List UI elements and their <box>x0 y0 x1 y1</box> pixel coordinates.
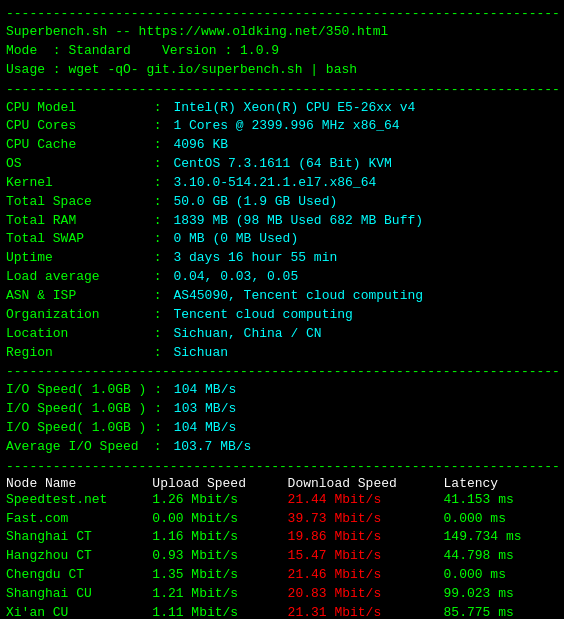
network-latency: 0.000 ms <box>444 566 558 585</box>
header-download: Download Speed <box>288 476 444 491</box>
network-latency: 99.023 ms <box>444 585 558 604</box>
header-line3: Usage : wget -qO- git.io/superbench.sh |… <box>6 61 558 80</box>
network-latency: 41.153 ms <box>444 491 558 510</box>
network-upload: 1.21 Mbit/s <box>152 585 287 604</box>
cpu-cache-value: 4096 KB <box>173 136 228 155</box>
network-upload: 1.26 Mbit/s <box>152 491 287 510</box>
network-latency: 149.734 ms <box>444 528 558 547</box>
io3-label: I/O Speed( 1.0GB ) <box>6 419 146 438</box>
os-row: OS : CentOS 7.3.1611 (64 Bit) KVM <box>6 155 558 174</box>
load-avg-value: 0.04, 0.03, 0.05 <box>173 268 298 287</box>
network-node: Fast.com <box>6 510 152 529</box>
io3-row: I/O Speed( 1.0GB ) : 104 MB/s <box>6 419 558 438</box>
network-latency: 44.798 ms <box>444 547 558 566</box>
network-download: 21.46 Mbit/s <box>288 566 444 585</box>
network-download: 39.73 Mbit/s <box>288 510 444 529</box>
divider-2: ----------------------------------------… <box>6 364 558 379</box>
header-node: Node Name <box>6 476 152 491</box>
total-ram-row: Total RAM : 1839 MB (98 MB Used 682 MB B… <box>6 212 558 231</box>
io2-row: I/O Speed( 1.0GB ) : 103 MB/s <box>6 400 558 419</box>
total-swap-value: 0 MB (0 MB Used) <box>173 230 298 249</box>
location-value: Sichuan, China / CN <box>173 325 321 344</box>
total-space-value: 50.0 GB (1.9 GB Used) <box>173 193 337 212</box>
cpu-model-row: CPU Model : Intel(R) Xeon(R) CPU E5-26xx… <box>6 99 558 118</box>
io2-value: 103 MB/s <box>174 400 236 419</box>
total-ram-label: Total RAM <box>6 212 146 231</box>
network-node: Speedtest.net <box>6 491 152 510</box>
header-section: Superbench.sh -- https://www.oldking.net… <box>6 23 558 80</box>
sysinfo-section: CPU Model : Intel(R) Xeon(R) CPU E5-26xx… <box>6 99 558 363</box>
network-section: Node Name Upload Speed Download Speed La… <box>6 476 558 619</box>
network-node: Chengdu CT <box>6 566 152 585</box>
avg-io-label: Average I/O Speed <box>6 438 146 457</box>
kernel-label: Kernel <box>6 174 146 193</box>
io3-value: 104 MB/s <box>174 419 236 438</box>
os-value: CentOS 7.3.1611 (64 Bit) KVM <box>173 155 391 174</box>
header-line2: Mode : Standard Version : 1.0.9 <box>6 42 558 61</box>
network-table: Node Name Upload Speed Download Speed La… <box>6 476 558 619</box>
network-latency: 85.775 ms <box>444 604 558 619</box>
network-latency: 0.000 ms <box>444 510 558 529</box>
kernel-row: Kernel : 3.10.0-514.21.1.el7.x86_64 <box>6 174 558 193</box>
region-value: Sichuan <box>173 344 228 363</box>
total-space-label: Total Space <box>6 193 146 212</box>
uptime-value: 3 days 16 hour 55 min <box>173 249 337 268</box>
io1-label: I/O Speed( 1.0GB ) <box>6 381 146 400</box>
location-row: Location : Sichuan, China / CN <box>6 325 558 344</box>
location-label: Location <box>6 325 146 344</box>
network-node: Shanghai CT <box>6 528 152 547</box>
network-download: 21.44 Mbit/s <box>288 491 444 510</box>
network-download: 15.47 Mbit/s <box>288 547 444 566</box>
os-label: OS <box>6 155 146 174</box>
org-row: Organization : Tencent cloud computing <box>6 306 558 325</box>
network-node: Xi'an CU <box>6 604 152 619</box>
network-upload: 1.35 Mbit/s <box>152 566 287 585</box>
uptime-row: Uptime : 3 days 16 hour 55 min <box>6 249 558 268</box>
asn-label: ASN & ISP <box>6 287 146 306</box>
network-upload: 1.16 Mbit/s <box>152 528 287 547</box>
uptime-label: Uptime <box>6 249 146 268</box>
avg-io-row: Average I/O Speed : 103.7 MB/s <box>6 438 558 457</box>
region-label: Region <box>6 344 146 363</box>
network-upload: 1.11 Mbit/s <box>152 604 287 619</box>
region-row: Region : Sichuan <box>6 344 558 363</box>
asn-value: AS45090, Tencent cloud computing <box>173 287 423 306</box>
network-upload: 0.00 Mbit/s <box>152 510 287 529</box>
network-row: Shanghai CT1.16 Mbit/s19.86 Mbit/s149.73… <box>6 528 558 547</box>
cpu-model-value: Intel(R) Xeon(R) CPU E5-26xx v4 <box>173 99 415 118</box>
network-row: Speedtest.net1.26 Mbit/s21.44 Mbit/s41.1… <box>6 491 558 510</box>
load-avg-row: Load average : 0.04, 0.03, 0.05 <box>6 268 558 287</box>
cpu-cache-row: CPU Cache : 4096 KB <box>6 136 558 155</box>
io-section: I/O Speed( 1.0GB ) : 104 MB/s I/O Speed(… <box>6 381 558 456</box>
header-latency: Latency <box>444 476 558 491</box>
network-row: Shanghai CU1.21 Mbit/s20.83 Mbit/s99.023… <box>6 585 558 604</box>
divider-top: ----------------------------------------… <box>6 6 558 21</box>
cpu-cores-value: 1 Cores @ 2399.996 MHz x86_64 <box>173 117 399 136</box>
network-row: Hangzhou CT0.93 Mbit/s15.47 Mbit/s44.798… <box>6 547 558 566</box>
network-row: Chengdu CT1.35 Mbit/s21.46 Mbit/s0.000 m… <box>6 566 558 585</box>
divider-3: ----------------------------------------… <box>6 459 558 474</box>
cpu-cache-label: CPU Cache <box>6 136 146 155</box>
total-swap-row: Total SWAP : 0 MB (0 MB Used) <box>6 230 558 249</box>
io2-label: I/O Speed( 1.0GB ) <box>6 400 146 419</box>
load-avg-label: Load average <box>6 268 146 287</box>
total-ram-value: 1839 MB (98 MB Used 682 MB Buff) <box>173 212 423 231</box>
cpu-cores-label: CPU Cores <box>6 117 146 136</box>
total-swap-label: Total SWAP <box>6 230 146 249</box>
cpu-cores-row: CPU Cores : 1 Cores @ 2399.996 MHz x86_6… <box>6 117 558 136</box>
org-value: Tencent cloud computing <box>173 306 352 325</box>
kernel-value: 3.10.0-514.21.1.el7.x86_64 <box>173 174 376 193</box>
cpu-model-label: CPU Model <box>6 99 146 118</box>
header-upload: Upload Speed <box>152 476 287 491</box>
network-node: Hangzhou CT <box>6 547 152 566</box>
network-upload: 0.93 Mbit/s <box>152 547 287 566</box>
asn-row: ASN & ISP : AS45090, Tencent cloud compu… <box>6 287 558 306</box>
divider-1: ----------------------------------------… <box>6 82 558 97</box>
io1-row: I/O Speed( 1.0GB ) : 104 MB/s <box>6 381 558 400</box>
header-line1: Superbench.sh -- https://www.oldking.net… <box>6 23 558 42</box>
io1-value: 104 MB/s <box>174 381 236 400</box>
network-download: 19.86 Mbit/s <box>288 528 444 547</box>
avg-io-value: 103.7 MB/s <box>173 438 251 457</box>
network-table-header: Node Name Upload Speed Download Speed La… <box>6 476 558 491</box>
org-label: Organization <box>6 306 146 325</box>
